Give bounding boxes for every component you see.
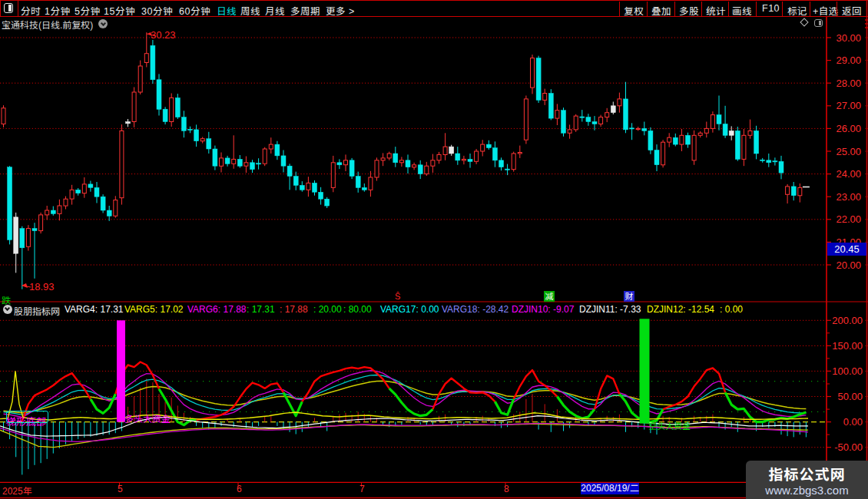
svg-text:28.00: 28.00 [836, 78, 861, 89]
svg-text:22.00: 22.00 [836, 213, 861, 225]
svg-text:26.00: 26.00 [836, 123, 861, 134]
svg-text:25.00: 25.00 [836, 146, 861, 157]
svg-text:27.00: 27.00 [836, 100, 861, 111]
svg-text:150.00: 150.00 [832, 340, 863, 352]
svg-text:30.23: 30.23 [151, 29, 176, 41]
svg-text:24.00: 24.00 [836, 168, 861, 180]
svg-text:50.00: 50.00 [837, 391, 863, 402]
svg-text:100.00: 100.00 [832, 365, 863, 377]
svg-text:18.93: 18.93 [29, 281, 55, 292]
svg-text:30.00: 30.00 [836, 32, 861, 44]
svg-text:23.00: 23.00 [836, 191, 861, 203]
svg-text:200.00: 200.00 [832, 315, 863, 326]
svg-text:0.00: 0.00 [843, 416, 863, 428]
svg-text:20.00: 20.00 [836, 259, 861, 271]
svg-text:-50.00: -50.00 [834, 441, 863, 453]
svg-text:29.00: 29.00 [836, 55, 861, 66]
